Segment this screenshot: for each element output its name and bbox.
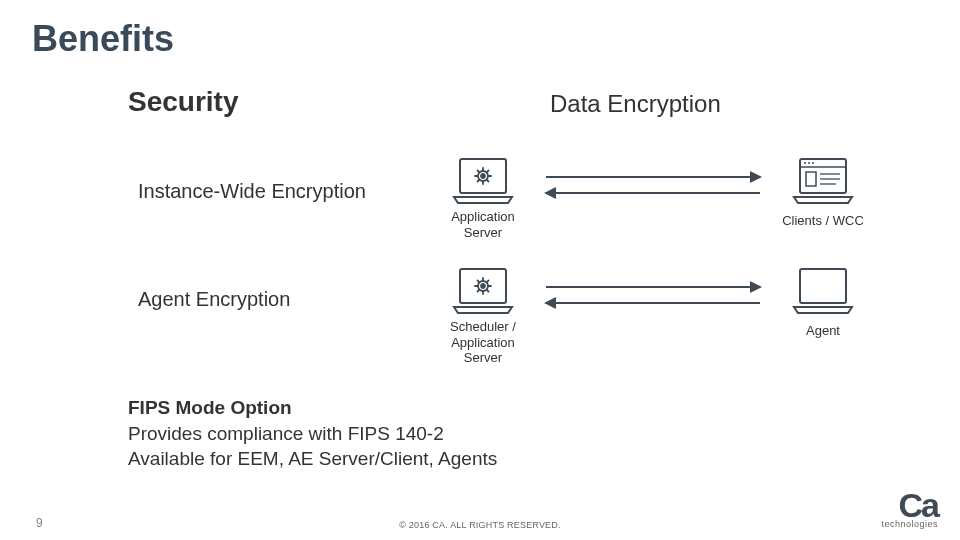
fips-block: FIPS Mode Option Provides compliance wit… xyxy=(128,395,497,472)
laptop-gear-icon xyxy=(448,265,518,317)
svg-point-15 xyxy=(804,162,806,164)
svg-point-16 xyxy=(808,162,810,164)
row1-heading: Instance-Wide Encryption xyxy=(138,180,366,203)
svg-line-8 xyxy=(478,171,480,173)
laptop-gear-icon xyxy=(448,155,518,207)
fips-line3: Available for EEM, AE Server/Client, Age… xyxy=(128,446,497,472)
svg-point-2 xyxy=(481,174,485,178)
svg-line-29 xyxy=(487,290,489,292)
svg-line-9 xyxy=(478,180,480,182)
row1-right-node: Clients / WCC xyxy=(778,155,868,229)
row1-left-label: Application Server xyxy=(438,209,528,240)
svg-line-7 xyxy=(487,180,489,182)
fips-line1: FIPS Mode Option xyxy=(128,395,497,421)
row2-right-label: Agent xyxy=(778,323,868,339)
svg-rect-18 xyxy=(806,172,816,186)
row2-arrows xyxy=(538,275,768,315)
svg-point-24 xyxy=(481,284,485,288)
subtitle-security: Security xyxy=(128,86,239,118)
diagram-row-1: Application Server xyxy=(438,155,868,245)
logo-main: Ca xyxy=(899,486,938,524)
svg-line-30 xyxy=(478,281,480,283)
svg-rect-13 xyxy=(800,159,846,193)
subtitle-data-encryption: Data Encryption xyxy=(550,90,721,118)
svg-rect-35 xyxy=(800,269,846,303)
row2-heading: Agent Encryption xyxy=(138,288,290,311)
svg-line-32 xyxy=(487,281,489,283)
logo-sub: technologies xyxy=(881,521,938,528)
svg-point-17 xyxy=(812,162,814,164)
row2-left-label: Scheduler / Application Server xyxy=(438,319,528,366)
laptop-browser-icon xyxy=(788,155,858,207)
diagram-row-2: Scheduler / Application Server Agent xyxy=(438,265,868,355)
page-number: 9 xyxy=(36,516,43,530)
ca-logo: Ca technologies xyxy=(881,492,938,528)
slide-title: Benefits xyxy=(32,18,174,60)
svg-line-10 xyxy=(487,171,489,173)
row2-right-node: Agent xyxy=(778,265,868,339)
fips-line2: Provides compliance with FIPS 140-2 xyxy=(128,421,497,447)
row2-left-node: Scheduler / Application Server xyxy=(438,265,528,366)
laptop-icon xyxy=(788,265,858,317)
row1-arrows xyxy=(538,165,768,205)
row1-left-node: Application Server xyxy=(438,155,528,240)
row1-right-label: Clients / WCC xyxy=(778,213,868,229)
copyright: © 2016 CA. ALL RIGHTS RESERVED. xyxy=(399,520,560,530)
svg-line-31 xyxy=(478,290,480,292)
